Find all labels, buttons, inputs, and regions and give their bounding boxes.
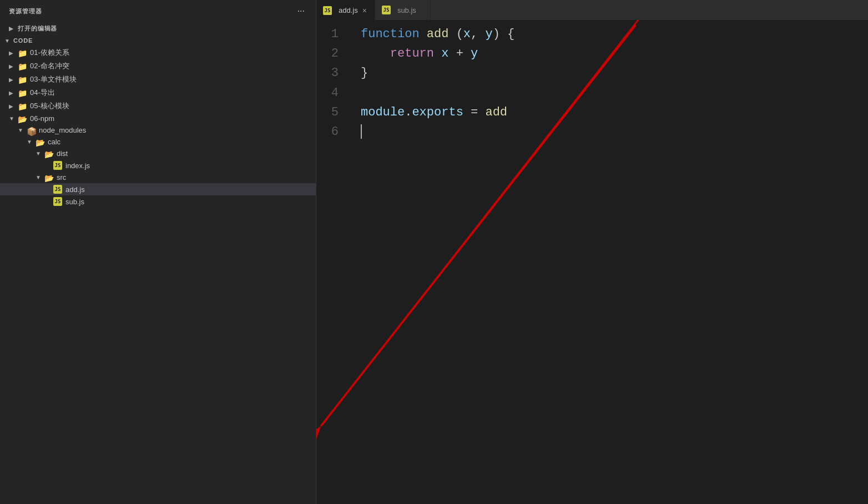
section-code[interactable]: ▼ CODE xyxy=(0,35,316,46)
chevron-04: ▶ xyxy=(9,90,18,96)
tree-label-index.js: index.js xyxy=(65,162,90,170)
folder-icon-03: 📁 xyxy=(18,75,28,83)
chevron-02: ▶ xyxy=(9,63,18,69)
tab-sub-js-badge: JS xyxy=(382,6,391,14)
tree-item-01[interactable]: ▶📁01-依赖关系 xyxy=(0,46,316,59)
sidebar-title: 资源管理器 xyxy=(9,7,42,16)
tree-label-02: 02-命名冲突 xyxy=(30,61,69,71)
code-line-2: return x + y xyxy=(361,44,857,63)
tree-label-calc: calc xyxy=(48,138,60,146)
tree-label-sub.js: sub.js xyxy=(65,198,84,206)
editor-area: JS add.js × JS sub.js 1 2 3 4 5 6 xyxy=(316,0,868,504)
tree-item-05[interactable]: ▶📁05-核心模块 xyxy=(0,99,316,113)
tab-sub-js-label: sub.js xyxy=(397,6,416,14)
tree-label-add.js: add.js xyxy=(65,185,85,194)
tab-bar: JS add.js × JS sub.js xyxy=(316,0,868,20)
open-editors-label: 打开的编辑器 xyxy=(18,24,57,33)
sidebar-header-actions: ··· xyxy=(295,6,307,17)
more-button[interactable]: ··· xyxy=(295,6,307,17)
code-chevron: ▼ xyxy=(4,38,13,44)
chevron-calc: ▼ xyxy=(27,139,36,145)
app-layout: 资源管理器 ··· ▶ 打开的编辑器 ▼ CODE ▶📁01-依赖关系▶📁02-… xyxy=(0,0,868,504)
tree-item-sub.js[interactable]: JSsub.js xyxy=(0,195,316,208)
code-line-4 xyxy=(361,83,857,103)
code-content: function add (x, y) { return x + y } mod… xyxy=(350,24,868,500)
tree-item-src[interactable]: ▼📂src xyxy=(0,172,316,183)
tab-add-js-badge: JS xyxy=(323,6,332,15)
folder-icon-dist: 📂 xyxy=(44,150,54,158)
chevron-node_modules: ▼ xyxy=(18,127,27,133)
js-badge-add.js: JS xyxy=(53,185,62,194)
section-open-editors[interactable]: ▶ 打开的编辑器 xyxy=(0,22,316,35)
folder-icon-node_modules: 📦 xyxy=(27,127,37,134)
code-editor[interactable]: 1 2 3 4 5 6 function add (x, y) { return… xyxy=(316,20,868,504)
tree-item-node_modules[interactable]: ▼📦node_modules xyxy=(0,124,316,136)
tree-label-06: 06-npm xyxy=(30,114,54,123)
js-badge-index.js: JS xyxy=(53,161,62,170)
tab-add-js-label: add.js xyxy=(339,6,358,14)
tree-label-03: 03-单文件模块 xyxy=(30,74,77,84)
file-tree: ▶📁01-依赖关系▶📁02-命名冲突▶📁03-单文件模块▶📁04-导出▶📁05-… xyxy=(0,46,316,208)
folder-icon-04: 📁 xyxy=(18,89,28,97)
folder-icon-02: 📁 xyxy=(18,62,28,70)
tree-item-calc[interactable]: ▼📂calc xyxy=(0,136,316,148)
tree-label-05: 05-核心模块 xyxy=(30,101,69,111)
sidebar-header: 资源管理器 ··· xyxy=(0,0,316,22)
folder-icon-calc: 📂 xyxy=(36,138,46,146)
tree-item-add.js[interactable]: JSadd.js xyxy=(0,183,316,195)
tree-item-04[interactable]: ▶📁04-导出 xyxy=(0,86,316,99)
tree-item-dist[interactable]: ▼📂dist xyxy=(0,148,316,159)
tree-label-01: 01-依赖关系 xyxy=(30,48,69,58)
tree-item-06[interactable]: ▼📂06-npm xyxy=(0,113,316,124)
folder-icon-05: 📁 xyxy=(18,102,28,110)
tab-add-js-close[interactable]: × xyxy=(361,7,368,14)
tree-label-dist: dist xyxy=(57,149,68,158)
tree-item-03[interactable]: ▶📁03-单文件模块 xyxy=(0,73,316,86)
tab-sub-js[interactable]: JS sub.js xyxy=(375,0,431,20)
chevron-03: ▶ xyxy=(9,77,18,83)
line-numbers: 1 2 3 4 5 6 xyxy=(316,24,350,500)
chevron-dist: ▼ xyxy=(36,150,44,157)
chevron-01: ▶ xyxy=(9,50,18,56)
tree-item-02[interactable]: ▶📁02-命名冲突 xyxy=(0,59,316,73)
sidebar: 资源管理器 ··· ▶ 打开的编辑器 ▼ CODE ▶📁01-依赖关系▶📁02-… xyxy=(0,0,316,504)
js-badge-sub.js: JS xyxy=(53,197,62,206)
tree-label-node_modules: node_modules xyxy=(39,126,86,134)
editor-wrapper: 1 2 3 4 5 6 function add (x, y) { return… xyxy=(316,20,868,504)
tab-add-js[interactable]: JS add.js × xyxy=(316,0,375,20)
code-section-label: CODE xyxy=(13,37,33,44)
code-line-1: function add (x, y) { xyxy=(361,24,857,44)
chevron-06: ▼ xyxy=(9,115,18,122)
tree-label-src: src xyxy=(57,173,66,182)
tree-label-04: 04-导出 xyxy=(30,88,55,98)
tree-item-index.js[interactable]: JSindex.js xyxy=(0,159,316,172)
folder-icon-06: 📂 xyxy=(18,115,28,123)
open-editors-chevron: ▶ xyxy=(9,26,18,32)
code-line-6 xyxy=(361,122,857,142)
chevron-05: ▶ xyxy=(9,103,18,109)
folder-icon-src: 📂 xyxy=(44,174,54,182)
chevron-src: ▼ xyxy=(36,174,44,180)
code-line-3: } xyxy=(361,63,857,83)
folder-icon-01: 📁 xyxy=(18,49,28,57)
code-line-5: module.exports = add xyxy=(361,103,857,122)
